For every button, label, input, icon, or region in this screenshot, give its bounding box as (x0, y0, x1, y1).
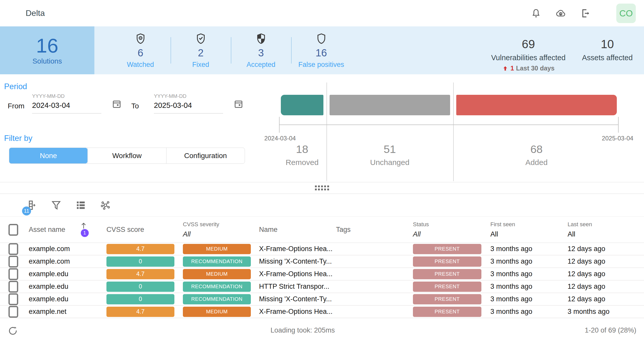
add-column-icon[interactable]: 11 (26, 199, 37, 211)
main-panel: Period From YYYY-MM-DD To YYYY-MM-DD (0, 74, 644, 182)
vulnerabilities-value: 69 (522, 37, 535, 51)
solutions-label: Solutions (32, 57, 62, 65)
status-header[interactable]: Status All (413, 221, 490, 238)
fixed-label: Fixed (192, 61, 209, 69)
chart-timeline (279, 125, 619, 125)
first-seen-cell: 3 months ago (490, 295, 568, 303)
table-row[interactable]: example.edu0RECOMMENDATIONMissing 'X-Con… (0, 293, 644, 306)
select-all-cell (0, 224, 29, 236)
filter-icon[interactable] (50, 199, 62, 211)
status-filter-value[interactable]: All (413, 230, 490, 238)
row-checkbox[interactable] (8, 306, 18, 318)
first-seen-header[interactable]: First seen All (490, 221, 568, 238)
chart-segment-removed: 18Removed (286, 143, 319, 167)
sort-indicator[interactable]: 1 (79, 221, 90, 239)
table-row[interactable]: example.edu0RECOMMENDATIONHTTP Strict Tr… (0, 281, 644, 293)
row-select-cell (0, 256, 29, 267)
avatar[interactable]: CO (616, 4, 636, 23)
status-cell: PRESENT (413, 307, 490, 317)
to-calendar-icon[interactable] (233, 99, 244, 109)
stat-item-watched[interactable]: 6 Watched (110, 26, 171, 74)
name-header-label: Name (259, 226, 278, 233)
last-seen-header[interactable]: Last seen All (568, 221, 644, 238)
table-body: example.com4.7MEDIUMX-Frame-Options Hea.… (0, 243, 644, 318)
asset-name-header-label: Asset name (29, 226, 65, 234)
row-checkbox[interactable] (8, 268, 18, 280)
stat-item-fixed[interactable]: 2 Fixed (171, 26, 231, 74)
chart-gridline (453, 82, 454, 181)
filter-option-configuration[interactable]: Configuration (166, 148, 245, 163)
arrow-up-icon (502, 65, 508, 71)
fixed-value: 2 (198, 47, 203, 59)
first-seen-cell: 3 months ago (490, 283, 568, 291)
cvss-severity-header-label: CVSS severity (183, 221, 259, 228)
chart-gridline (326, 82, 327, 181)
vulnerability-name-cell[interactable]: X-Frame-Options Hea... (259, 308, 336, 316)
chart-end-date: 2025-03-04 (602, 135, 633, 142)
row-checkbox[interactable] (8, 281, 18, 293)
last-seen-filter-value[interactable]: All (568, 230, 644, 238)
table-row[interactable]: example.com4.7MEDIUMX-Frame-Options Hea.… (0, 243, 644, 255)
filter-option-workflow[interactable]: Workflow (87, 148, 166, 163)
notifications-icon[interactable] (531, 8, 541, 19)
stat-tile-solutions[interactable]: 16 Solutions (0, 26, 94, 74)
row-checkbox[interactable] (8, 256, 18, 267)
tags-header[interactable]: Tags (336, 226, 413, 234)
refresh-icon[interactable] (8, 325, 18, 336)
chart-bar-unchanged (330, 95, 450, 115)
cvss-score-cell: 4.7 (106, 269, 183, 279)
logout-icon[interactable] (580, 8, 591, 19)
pagination-info: 1-20 of 69 (28%) (585, 326, 636, 334)
row-checkbox[interactable] (8, 243, 18, 255)
vulnerability-name-cell[interactable]: X-Frame-Options Hea... (259, 245, 336, 253)
vulnerability-name-cell[interactable]: Missing 'X-Content-Ty... (259, 257, 336, 265)
cvss-severity-cell: RECOMMENDATION (183, 256, 259, 267)
cvss-score-badge: 0 (106, 282, 174, 292)
asset-name-header[interactable]: Asset name 1 (29, 221, 106, 239)
table-row[interactable]: example.edu4.7MEDIUMX-Frame-Options Hea.… (0, 268, 644, 281)
first-seen-filter-value[interactable]: All (490, 230, 568, 238)
cvss-severity-badge: MEDIUM (183, 269, 251, 279)
select-all-checkbox[interactable] (8, 224, 18, 236)
status-header-label: Status (413, 221, 490, 228)
false-positives-label: False positives (298, 61, 344, 69)
vulnerability-name-cell[interactable]: HTTP Strict Transpor... (259, 283, 336, 291)
false-positives-value: 16 (315, 47, 327, 59)
panel-splitter[interactable] (0, 182, 644, 194)
name-header[interactable]: Name (259, 226, 336, 234)
status-badge: PRESENT (413, 307, 481, 317)
add-column-badge: 11 (22, 206, 31, 215)
vulnerability-name-cell[interactable]: Missing 'X-Content-Ty... (259, 295, 336, 303)
accepted-label: Accepted (246, 61, 275, 69)
cvss-severity-filter-value[interactable]: All (183, 230, 259, 238)
stat-item-accepted[interactable]: 3 Accepted (231, 26, 291, 74)
last-seen-cell: 12 days ago (568, 295, 644, 303)
watched-value: 6 (137, 47, 143, 59)
vulnerability-name-cell[interactable]: X-Frame-Options Hea... (259, 270, 336, 278)
from-date-input[interactable] (32, 99, 101, 113)
to-label: To (131, 102, 139, 110)
filter-by-title: Filter by (4, 134, 32, 143)
table-row[interactable]: example.com0RECOMMENDATIONMissing 'X-Con… (0, 255, 644, 268)
cloud-download-icon[interactable] (555, 8, 566, 19)
first-seen-cell: 3 months ago (490, 308, 568, 316)
loading-time: Loading took: 205ms (271, 326, 335, 334)
cvss-score-badge: 4.7 (106, 307, 174, 317)
page-title: Delta (26, 8, 45, 18)
shield-outline-icon (315, 32, 327, 45)
filter-by-group: None Workflow Configuration (9, 148, 245, 164)
filter-option-none[interactable]: None (9, 148, 87, 163)
list-view-icon[interactable] (75, 199, 87, 211)
from-calendar-icon[interactable] (112, 99, 122, 109)
cvss-severity-header[interactable]: CVSS severity All (183, 221, 259, 238)
table-row[interactable]: example.net4.7MEDIUMX-Frame-Options Hea.… (0, 306, 644, 318)
row-checkbox[interactable] (8, 293, 18, 305)
assets-affected: 10 Assets affected (582, 37, 633, 62)
graph-view-icon[interactable] (100, 199, 111, 211)
stat-item-false-positives[interactable]: 16 False positives (291, 26, 351, 74)
from-date-field: YYYY-MM-DD (32, 93, 101, 113)
to-date-input[interactable] (154, 99, 223, 113)
cvss-score-header[interactable]: CVSS score (106, 226, 183, 234)
status-cell: PRESENT (413, 294, 490, 304)
panel-resize-handle[interactable] (315, 185, 329, 190)
